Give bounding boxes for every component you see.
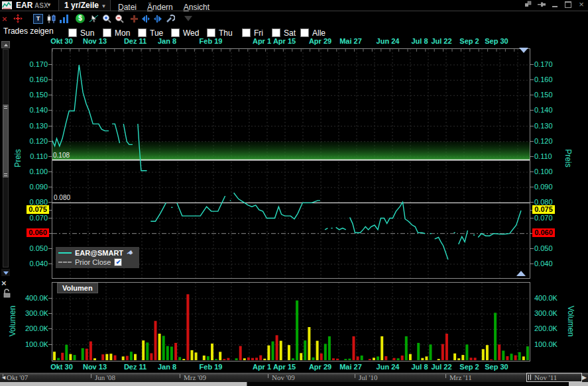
price-tick-label: 0.160 bbox=[25, 75, 48, 83]
move-icon[interactable] bbox=[13, 13, 23, 24]
more-tools-icon[interactable] bbox=[184, 13, 192, 24]
window-controls: × bbox=[524, 1, 585, 8]
close-panel-icon[interactable]: × bbox=[1, 278, 7, 288]
checkbox-fri[interactable] bbox=[242, 28, 251, 37]
chart-window: EAR ASX ▼ 1 yr/Zeile ▼ DateiÄndernAnsich… bbox=[0, 0, 588, 386]
date-label: Feb 19 bbox=[200, 363, 223, 371]
price-tick-label: 0.130 bbox=[534, 122, 553, 130]
date-label: Feb 19 bbox=[200, 37, 223, 45]
restore-button[interactable] bbox=[564, 1, 572, 8]
timeline-prev-icon[interactable]: ◄ bbox=[1, 374, 7, 381]
volume-chart[interactable] bbox=[52, 282, 530, 362]
link-windows-icon[interactable] bbox=[524, 1, 532, 8]
timeline-label: Nov '09 bbox=[272, 373, 295, 381]
checkbox-tue[interactable] bbox=[138, 28, 147, 37]
price-tick-label: 0.120 bbox=[534, 137, 553, 145]
prior-close-checkbox[interactable]: ✔ bbox=[114, 258, 122, 266]
timeline-tick bbox=[91, 374, 91, 378]
checkbox-wed[interactable] bbox=[171, 28, 180, 37]
axis-tick bbox=[530, 126, 534, 126]
drag-hand-icon[interactable]: ☚ bbox=[125, 248, 135, 258]
fit-right-icon[interactable] bbox=[153, 13, 162, 24]
date-label: Jul 22 bbox=[431, 363, 451, 371]
text-tool-icon[interactable]: T bbox=[33, 13, 43, 24]
price-axis-title-right: Preis bbox=[563, 149, 573, 167]
checkbox-mon[interactable] bbox=[103, 28, 111, 37]
price-tick-label: 0.140 bbox=[534, 106, 553, 114]
hscroll-track[interactable] bbox=[0, 382, 588, 386]
vscroll-thumb[interactable] bbox=[3, 105, 9, 177]
checkbox-sun[interactable] bbox=[68, 28, 77, 37]
period-selector[interactable]: 1 yr/Zeile ▼ bbox=[58, 0, 111, 11]
price-tick-label: 0.130 bbox=[25, 122, 48, 130]
axis-tick bbox=[530, 187, 534, 187]
volume-panel-title[interactable]: Volumen bbox=[57, 283, 98, 293]
crosshair-icon[interactable] bbox=[130, 13, 139, 24]
bottom-slider-marker-icon[interactable] bbox=[516, 271, 526, 276]
timeline-tick bbox=[445, 374, 446, 378]
price-annotation-108: 0.108 bbox=[53, 152, 70, 159]
axis-tick bbox=[530, 264, 534, 264]
zoom-in-icon[interactable] bbox=[102, 13, 112, 24]
date-label: Okt 30 bbox=[50, 363, 73, 371]
price-chart[interactable] bbox=[52, 48, 530, 279]
hscroll-thumb[interactable] bbox=[0, 382, 247, 386]
date-label: Sep 30 bbox=[485, 37, 508, 45]
volume-bars-icon[interactable] bbox=[59, 13, 69, 24]
price-tick-label: 0.140 bbox=[25, 106, 48, 114]
axis-tick bbox=[530, 110, 534, 111]
zoom-out-icon[interactable] bbox=[115, 13, 125, 24]
timeline-label: Jul '10 bbox=[359, 373, 378, 381]
axis-tick bbox=[530, 248, 534, 249]
menu-datei[interactable]: Datei bbox=[118, 3, 137, 12]
pin-icon[interactable] bbox=[538, 1, 546, 8]
date-label: Jun 24 bbox=[377, 37, 400, 45]
date-label: Sep 2 bbox=[459, 37, 479, 45]
price-tick-label: 0.110 bbox=[25, 152, 48, 160]
checkbox-label: Sun bbox=[80, 28, 94, 38]
axis-tick bbox=[48, 126, 52, 126]
date-label: Apr 29 bbox=[309, 37, 331, 45]
menu-ändern[interactable]: Ändern bbox=[147, 3, 173, 12]
top-slider-marker-icon[interactable] bbox=[519, 48, 528, 53]
candlestick-icon[interactable] bbox=[46, 13, 56, 24]
series-line-sample bbox=[58, 252, 72, 254]
price-tick-label: 0.160 bbox=[534, 75, 553, 83]
volume-tick-label: 300.0K bbox=[534, 309, 558, 317]
symbol-label[interactable]: EAR bbox=[16, 1, 32, 10]
timeline-next-icon[interactable]: ▶ bbox=[582, 374, 587, 381]
dollar-icon[interactable]: $ bbox=[76, 13, 85, 24]
timeline-tick bbox=[355, 374, 355, 378]
axis-tick bbox=[48, 141, 52, 142]
close-icon[interactable]: × bbox=[2, 13, 10, 24]
date-label: Apr 15 bbox=[273, 363, 296, 371]
trendline-cursor-icon[interactable] bbox=[89, 13, 99, 24]
period-dropdown-caret-icon: ▼ bbox=[101, 3, 106, 9]
checkbox-thu[interactable] bbox=[207, 28, 215, 37]
timeline-label: Mrz '09 bbox=[184, 373, 206, 381]
checkbox-alle[interactable] bbox=[300, 28, 309, 37]
hscroll-right-button[interactable] bbox=[569, 382, 588, 386]
wrench-icon[interactable] bbox=[165, 13, 175, 24]
checkbox-sat[interactable] bbox=[272, 28, 280, 37]
axis-tick bbox=[530, 171, 534, 172]
symbol-dropdown-caret-icon[interactable]: ▼ bbox=[46, 2, 52, 8]
series-label: EAR@SMART bbox=[75, 249, 123, 257]
timeline-range-selector[interactable] bbox=[526, 373, 582, 382]
fit-left-icon[interactable] bbox=[141, 13, 150, 24]
close-button[interactable]: × bbox=[577, 1, 585, 8]
price-tick-label: 0.070 bbox=[534, 214, 553, 222]
price-tick-label: 0.070 bbox=[25, 214, 48, 222]
unlock-icon[interactable] bbox=[3, 289, 11, 298]
vscroll-down-button[interactable] bbox=[1, 269, 10, 276]
vscroll-up-button[interactable] bbox=[1, 41, 10, 48]
price-tick-label: 0.170 bbox=[534, 60, 553, 68]
history-timeline[interactable]: ◄ ▶ Okt '07Jun '08Mrz '09Nov '09Jul '10M… bbox=[0, 373, 588, 382]
date-label: Jul 8 bbox=[411, 37, 428, 45]
axis-tick bbox=[48, 171, 52, 172]
volume-tick-label: 200.0K bbox=[25, 324, 48, 332]
minimize-button[interactable] bbox=[551, 1, 559, 8]
date-label: Mai 27 bbox=[339, 37, 362, 45]
menu-ansicht[interactable]: Ansicht bbox=[184, 3, 209, 12]
checkbox-label: Fri bbox=[254, 28, 263, 38]
